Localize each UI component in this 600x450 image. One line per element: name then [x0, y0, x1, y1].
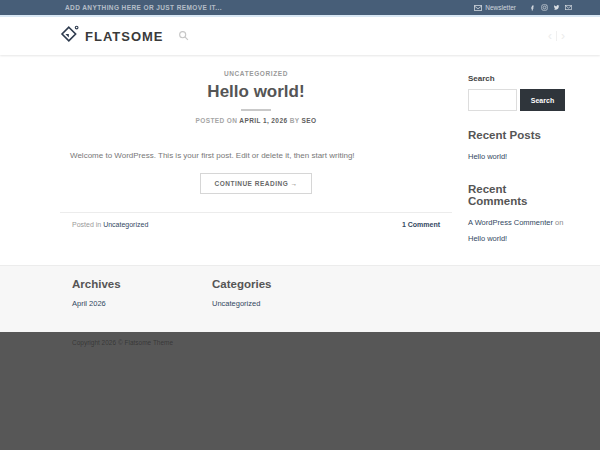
sidebar: Search Search Recent Posts Hello world! …	[468, 68, 565, 246]
archives-heading: Archives	[72, 278, 200, 290]
newsletter-link[interactable]: Newsletter	[474, 4, 516, 11]
post-excerpt: Welcome to WordPress. This is your first…	[60, 151, 452, 160]
recent-posts-heading: Recent Posts	[468, 129, 565, 141]
instagram-icon[interactable]	[541, 4, 548, 11]
post-article: UNCATEGORIZED Hello world! POSTED ON APR…	[60, 68, 452, 246]
newsletter-envelope-icon	[474, 5, 482, 11]
recent-comment-item: A WordPress Commenter on Hello world!	[468, 215, 565, 247]
facebook-icon[interactable]	[529, 4, 536, 11]
recent-post-link[interactable]: Hello world!	[468, 152, 507, 161]
search-button[interactable]: Search	[520, 89, 565, 111]
email-icon[interactable]	[565, 4, 572, 11]
by-label: BY	[290, 117, 300, 124]
twitter-icon[interactable]	[553, 4, 560, 11]
recent-comments-heading: Recent Comments	[468, 183, 565, 207]
posted-in-category-link[interactable]: Uncategorized	[103, 221, 148, 228]
comment-connector: on	[555, 218, 563, 227]
search-icon[interactable]	[178, 27, 189, 45]
post-title: Hello world!	[60, 82, 452, 102]
title-divider	[241, 109, 271, 111]
main-section: UNCATEGORIZED Hello world! POSTED ON APR…	[0, 55, 600, 265]
site-logo[interactable]: FLATSOME	[60, 25, 164, 47]
topbar-message: ADD ANYTHING HERE OR JUST REMOVE IT...	[65, 4, 222, 11]
header-next-icon[interactable]: ›	[561, 29, 565, 43]
copyright-text: Copyright 2026 © Flatsome Theme	[60, 332, 565, 346]
categories-heading: Categories	[212, 278, 340, 290]
category-link[interactable]: Uncategorized	[212, 299, 260, 308]
newsletter-label: Newsletter	[485, 4, 516, 11]
continue-reading-button[interactable]: CONTINUE READING →	[200, 173, 311, 194]
topbar: ADD ANYTHING HERE OR JUST REMOVE IT... N…	[0, 0, 600, 15]
header-divider	[556, 31, 557, 41]
comments-count-link[interactable]: 1 Comment	[402, 221, 440, 228]
post-date-link[interactable]: APRIL 1, 2026	[239, 117, 287, 124]
comment-author-link[interactable]: A WordPress Commenter	[468, 218, 553, 227]
post-author-link[interactable]: SEO	[302, 117, 317, 124]
search-input[interactable]	[468, 89, 517, 111]
search-widget-label: Search	[468, 74, 565, 83]
posted-on-label: POSTED ON	[195, 117, 237, 124]
footer-widgets: Archives April 2026 Categories Uncategor…	[0, 265, 600, 332]
post-category-link[interactable]: UNCATEGORIZED	[60, 70, 452, 77]
flatsome-logo-icon	[60, 25, 79, 47]
comment-post-link[interactable]: Hello world!	[468, 234, 507, 243]
site-header: FLATSOME ‹ ›	[0, 17, 600, 55]
post-meta: POSTED ON APRIL 1, 2026 BY SEO	[60, 117, 452, 124]
posted-in-label: Posted in	[72, 221, 101, 228]
header-prev-icon[interactable]: ‹	[548, 29, 552, 43]
logo-text: FLATSOME	[85, 29, 164, 44]
absolute-footer: Copyright 2026 © Flatsome Theme	[0, 332, 600, 450]
archive-month-link[interactable]: April 2026	[72, 299, 106, 308]
post-footer: Posted in Uncategorized 1 Comment	[60, 212, 452, 228]
